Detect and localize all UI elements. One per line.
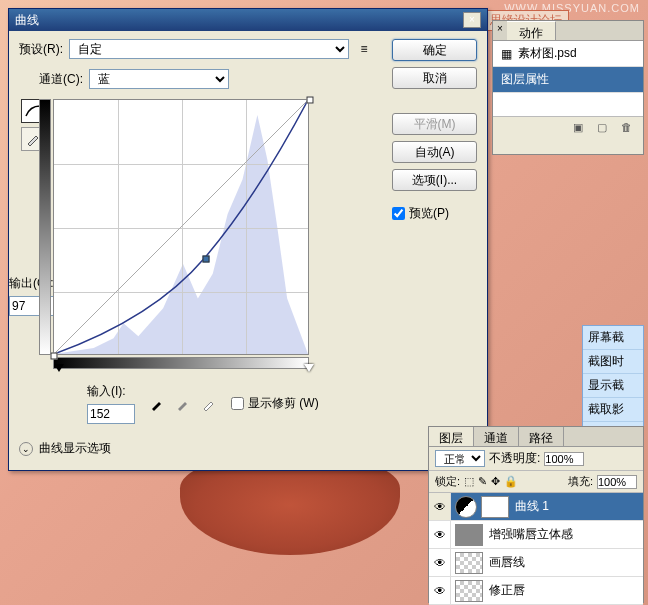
eyedropper-gray-icon[interactable] (173, 394, 193, 414)
menu-item[interactable]: 截取影 (583, 398, 643, 422)
lock-transparency-icon[interactable]: ⬚ (464, 475, 474, 488)
menu-item[interactable]: 显示截 (583, 374, 643, 398)
layer-thumb (455, 580, 483, 602)
curve-handle-mid[interactable] (203, 256, 210, 263)
preset-menu-icon[interactable]: ≡ (355, 40, 373, 58)
menu-item[interactable]: 截图时 (583, 350, 643, 374)
horizontal-gradient (53, 357, 309, 369)
actions-panel: × 动作 ▦ 素材图.psd 图层属性 ▣ ▢ 🗑 (492, 20, 644, 155)
new-snapshot-icon[interactable]: ▣ (573, 121, 589, 135)
layer-thumb (455, 524, 483, 546)
history-list: ▦ 素材图.psd 图层属性 (493, 41, 643, 116)
input-input[interactable] (87, 404, 135, 424)
layers-panel: 图层 通道 路径 正常 不透明度: 锁定: ⬚ ✎ ✥ 🔒 填充: 👁 曲线 1… (428, 426, 644, 603)
panel-close-icon[interactable]: × (493, 21, 507, 40)
preset-label: 预设(R): (19, 41, 63, 58)
visibility-icon[interactable]: 👁 (429, 577, 451, 604)
history-item[interactable]: 图层属性 (493, 67, 643, 93)
pencil-icon (26, 132, 40, 146)
visibility-icon[interactable]: 👁 (429, 549, 451, 576)
preset-select[interactable]: 自定 (69, 39, 349, 59)
blend-mode-select[interactable]: 正常 (435, 450, 485, 467)
preview-checkbox[interactable]: 预览(P) (392, 205, 477, 222)
layer-row[interactable]: 👁 修正唇 (429, 577, 643, 605)
visibility-icon[interactable]: 👁 (429, 521, 451, 548)
curve-graph[interactable] (53, 99, 309, 369)
visibility-icon[interactable]: 👁 (429, 493, 451, 520)
layer-row[interactable]: 👁 画唇线 (429, 549, 643, 577)
auto-button[interactable]: 自动(A) (392, 141, 477, 163)
ok-button[interactable]: 确定 (392, 39, 477, 61)
doc-icon: ▦ (501, 47, 512, 61)
adjustment-icon (455, 496, 477, 518)
menu-item[interactable]: 屏幕截 (583, 326, 643, 350)
panel-footer: ▣ ▢ 🗑 (493, 116, 643, 139)
lock-pixels-icon[interactable]: ✎ (478, 475, 487, 488)
curve-line (54, 100, 308, 354)
tab-paths[interactable]: 路径 (519, 427, 564, 446)
close-icon[interactable]: × (463, 12, 481, 28)
black-point-slider[interactable] (54, 364, 64, 372)
lock-position-icon[interactable]: ✥ (491, 475, 500, 488)
layer-row[interactable]: 👁 曲线 1 (429, 493, 643, 521)
smooth-button: 平滑(M) (392, 113, 477, 135)
channel-label: 通道(C): (39, 71, 83, 88)
trash-icon[interactable]: 🗑 (621, 121, 637, 135)
mask-thumb[interactable] (481, 496, 509, 518)
curve-handle-shadow[interactable] (51, 353, 58, 360)
new-doc-icon[interactable]: ▢ (597, 121, 613, 135)
vertical-gradient (39, 99, 51, 355)
eyedropper-black-icon[interactable] (147, 394, 167, 414)
white-point-slider[interactable] (304, 364, 314, 372)
dialog-title: 曲线 (15, 12, 39, 29)
history-item[interactable]: ▦ 素材图.psd (493, 41, 643, 67)
curve-handle-highlight[interactable] (307, 97, 314, 104)
opacity-input[interactable] (544, 452, 584, 466)
input-label: 输入(I): (87, 383, 135, 400)
titlebar[interactable]: 曲线 × (9, 9, 487, 31)
layer-row[interactable]: 👁 增强嘴唇立体感 (429, 521, 643, 549)
show-clipping-checkbox[interactable]: 显示修剪 (W) (231, 395, 319, 412)
curves-dialog: 曲线 × 预设(R): 自定 ≡ 通道(C): 蓝 (8, 8, 488, 471)
layer-thumb (455, 552, 483, 574)
options-button[interactable]: 选项(I)... (392, 169, 477, 191)
fill-input[interactable] (597, 475, 637, 489)
display-options-disclosure[interactable]: ⌄ 曲线显示选项 (19, 440, 380, 457)
tab-channels[interactable]: 通道 (474, 427, 519, 446)
tab-actions[interactable]: 动作 (507, 21, 556, 40)
tab-layers[interactable]: 图层 (429, 427, 474, 446)
channel-select[interactable]: 蓝 (89, 69, 229, 89)
lock-all-icon[interactable]: 🔒 (504, 475, 518, 488)
cancel-button[interactable]: 取消 (392, 67, 477, 89)
eyedropper-white-icon[interactable] (199, 394, 219, 414)
chevron-icon: ⌄ (19, 442, 33, 456)
